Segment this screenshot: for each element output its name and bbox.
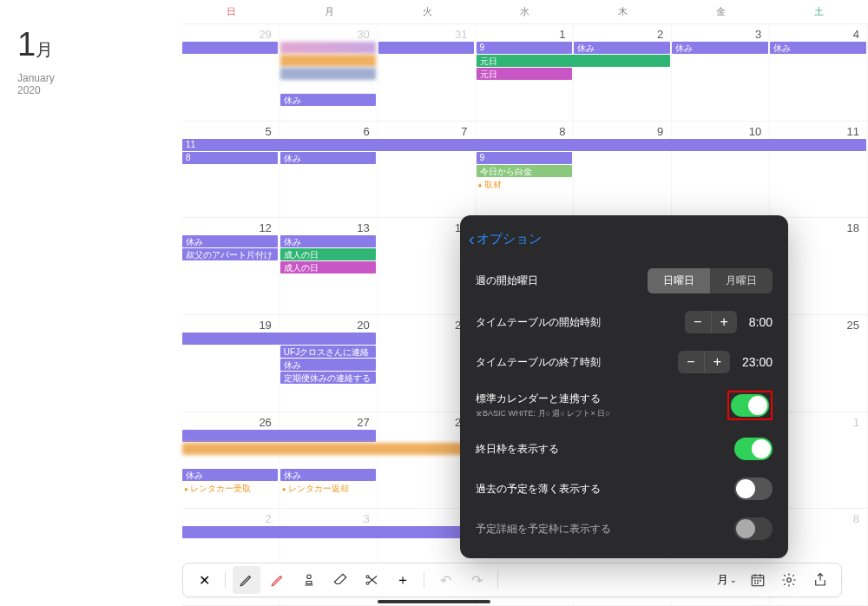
redo-button[interactable]: ↷ — [463, 566, 490, 594]
calendar-event[interactable] — [378, 42, 474, 54]
calendar-event[interactable] — [182, 526, 474, 538]
tt-end-value: 23:00 — [742, 355, 773, 369]
share-button[interactable] — [806, 566, 834, 594]
chevron-left-icon: ‹ — [469, 229, 475, 249]
separator — [497, 571, 498, 589]
calendar-event[interactable]: 休み — [280, 152, 376, 164]
svg-point-9 — [787, 578, 792, 583]
day-cell[interactable]: 31 — [378, 24, 477, 121]
calendar-event[interactable]: 成人の日 — [280, 248, 376, 260]
day-number: 4 — [381, 510, 473, 527]
calendar-event[interactable] — [280, 42, 376, 54]
day-cell[interactable]: 2 — [574, 24, 672, 121]
calendar-event[interactable]: 9 — [477, 152, 572, 164]
day-cell[interactable]: 12 — [182, 218, 280, 314]
day-cell[interactable]: 11 — [770, 122, 868, 218]
allday-row: 終日枠を表示する — [460, 429, 788, 469]
sunday-option[interactable]: 日曜日 — [648, 268, 710, 293]
tt-end-minus[interactable]: − — [678, 351, 704, 373]
scissors-tool[interactable] — [358, 566, 385, 594]
calendar-event[interactable]: 9 — [477, 42, 572, 54]
day-cell[interactable]: 9 — [574, 122, 672, 218]
tt-end-stepper: − + 23:00 — [678, 351, 773, 373]
calendar-event[interactable]: 休み — [770, 42, 865, 54]
dim-past-label: 過去の予定を薄く表示する — [476, 482, 601, 497]
day-cell[interactable]: 7 — [378, 122, 477, 218]
stamp-tool[interactable] — [295, 566, 323, 594]
svg-point-1 — [366, 576, 369, 578]
day-number: 6 — [283, 123, 375, 140]
calendar-event[interactable]: 元日 — [477, 68, 572, 80]
tt-start-plus[interactable]: + — [711, 311, 737, 333]
calendar-event[interactable]: UFJクロスさんに連絡 — [280, 346, 376, 358]
tt-start-stepper: − + 8:00 — [685, 311, 773, 333]
calendar-event[interactable]: 8 — [182, 152, 278, 164]
calendar-event[interactable]: 成人の日 — [280, 261, 376, 273]
close-button[interactable]: ✕ — [190, 566, 218, 594]
day-number: 9 — [576, 123, 668, 140]
detail-label: 予定詳細を予定枠に表示する — [476, 522, 611, 537]
calendar-event[interactable]: レンタカー受取 — [182, 482, 278, 494]
calendar-event[interactable] — [182, 443, 474, 455]
view-month-button[interactable]: 月⌄ — [713, 566, 740, 594]
day-cell[interactable]: 26 — [182, 412, 280, 509]
calendar-event[interactable]: 11 — [182, 139, 866, 151]
detail-toggle[interactable] — [734, 517, 773, 540]
calendar-event[interactable]: 取材 — [477, 178, 572, 190]
calendar-event[interactable] — [182, 42, 278, 54]
calendar-event[interactable]: 休み — [280, 94, 376, 106]
dow-cell: 月 — [280, 0, 378, 23]
day-cell[interactable]: 19 — [182, 315, 280, 412]
svg-point-5 — [758, 580, 759, 581]
add-button[interactable]: ＋ — [389, 566, 417, 594]
day-cell[interactable]: 5 — [182, 122, 280, 218]
sync-toggle[interactable] — [731, 394, 769, 417]
calendar-event[interactable]: 休み — [574, 42, 669, 54]
month-name-english: January — [17, 72, 165, 84]
options-popover: ‹ オプション 週の開始曜日 日曜日 月曜日 タイムテーブルの開始時刻 − + … — [460, 215, 788, 558]
settings-button[interactable] — [775, 566, 803, 594]
calendar-event[interactable]: 叔父のアパート片付け — [182, 248, 278, 260]
sync-label: 標準カレンダーと連携する — [476, 392, 610, 406]
day-cell[interactable]: 10 — [672, 122, 770, 218]
allday-toggle[interactable] — [734, 438, 773, 460]
popover-back-button[interactable]: ‹ オプション — [460, 226, 788, 260]
calendar-event[interactable] — [280, 55, 376, 67]
calendar-event[interactable] — [182, 333, 376, 345]
calendar-event[interactable]: レンタカー返却 — [280, 482, 376, 494]
calendar-picker-button[interactable] — [744, 566, 772, 594]
dim-past-toggle[interactable] — [734, 478, 773, 500]
calendar-event[interactable]: 休み — [280, 469, 376, 481]
pen-tool[interactable] — [264, 566, 292, 594]
calendar-event[interactable]: 定期便休みの連絡する — [280, 372, 376, 384]
week-row: 29303112349元日元日休み休み休み休み — [182, 24, 868, 122]
sidebar: 1月 January 2020 — [0, 0, 182, 606]
undo-button[interactable]: ↶ — [431, 566, 459, 594]
day-cell[interactable]: 6 — [280, 122, 378, 218]
tt-start-minus[interactable]: − — [685, 311, 711, 333]
eraser-tool[interactable] — [326, 566, 354, 594]
day-cell[interactable]: 3 — [672, 24, 770, 121]
monday-option[interactable]: 月曜日 — [710, 268, 773, 293]
calendar-event[interactable]: 休み — [182, 469, 278, 481]
calendar-event[interactable] — [182, 430, 376, 442]
week-row: 567891011118休み9今日から白金取材 — [182, 122, 868, 219]
home-indicator[interactable] — [378, 600, 490, 603]
calendar-event[interactable]: 元日 — [477, 55, 670, 67]
day-cell[interactable]: 4 — [770, 24, 868, 121]
day-cell[interactable]: 27 — [280, 412, 378, 509]
day-number: 5 — [185, 123, 277, 140]
day-of-week-row: 日月火水木金土 — [182, 0, 868, 24]
calendar-event[interactable]: 今日から白金 — [477, 165, 572, 177]
pencil-tool[interactable] — [233, 566, 260, 594]
calendar-event[interactable]: 休み — [280, 359, 376, 371]
calendar-event[interactable] — [280, 68, 376, 80]
dow-cell: 日 — [182, 0, 280, 23]
calendar-event[interactable]: 休み — [280, 235, 376, 247]
dow-cell: 土 — [770, 0, 868, 23]
day-cell[interactable]: 29 — [182, 24, 280, 121]
calendar-event[interactable]: 休み — [182, 235, 278, 247]
calendar-event[interactable]: 休み — [672, 42, 767, 54]
tt-end-plus[interactable]: + — [704, 351, 730, 373]
svg-point-2 — [366, 582, 369, 584]
